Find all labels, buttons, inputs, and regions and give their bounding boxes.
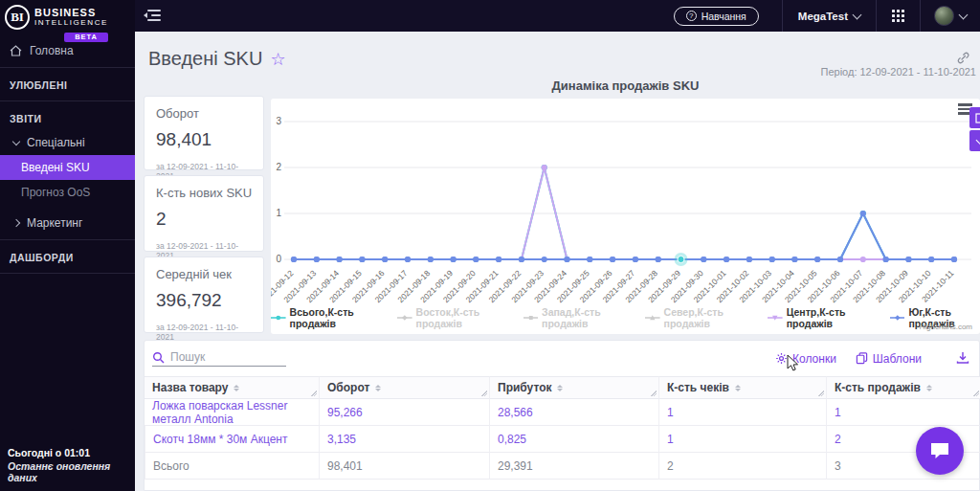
table-cell[interactable]: 1 [658, 399, 826, 426]
chart-legend: Всього,К-сть продажівВосток,К-сть продаж… [271, 306, 980, 329]
sidebar-group-marketing[interactable]: Маркетинг [0, 211, 135, 235]
table-cell[interactable]: 0,825 [489, 426, 658, 453]
sort-icon[interactable] [735, 385, 741, 391]
column-resize-handle[interactable] [310, 390, 317, 396]
download-icon [956, 351, 969, 364]
column-header-checks[interactable]: К-сть чеків [658, 376, 826, 399]
share-link-icon[interactable] [956, 51, 970, 65]
panel-icon [975, 113, 980, 123]
chart-title: Динаміка продажів SKU [271, 78, 980, 93]
column-resize-handle[interactable] [650, 390, 657, 396]
avatar [934, 6, 954, 26]
legend-label: Север,К-сть продажів [664, 306, 749, 329]
sort-icon[interactable] [375, 385, 381, 391]
legend-label: Восток,К-сть продажів [416, 306, 504, 329]
search-input[interactable] [170, 350, 276, 364]
table-cell[interactable]: 28,566 [489, 399, 658, 426]
sort-icon[interactable] [234, 385, 239, 391]
table-cell[interactable]: 3,135 [319, 426, 489, 453]
sidebar: BI BUSINESS INTELLIGENCE BETA Головна УЛ… [0, 0, 135, 491]
beta-badge: BETA [64, 33, 108, 43]
legend-item[interactable]: Восток,К-сть продажів [397, 306, 504, 329]
templates-icon [856, 352, 868, 365]
legend-label: Всього,К-сть продажів [290, 306, 378, 329]
table-cell[interactable]: 95,266 [319, 399, 489, 426]
total-row-cell: 2 [658, 453, 826, 480]
download-button[interactable] [956, 350, 969, 368]
sort-icon[interactable] [926, 385, 932, 391]
kpi-value: 98,401 [156, 129, 254, 150]
sidebar-home-label: Головна [30, 44, 74, 57]
column-header-profit[interactable]: Прибуток [489, 376, 658, 399]
logo-bi-icon: BI [5, 5, 30, 30]
column-resize-handle[interactable] [480, 390, 487, 396]
training-button[interactable]: ? Навчання [674, 7, 759, 26]
columns-button[interactable]: Колонки [775, 352, 836, 366]
sidebar-group-special[interactable]: Спеціальні [0, 130, 135, 155]
svg-text:1: 1 [276, 208, 281, 218]
legend-marker-icon [768, 313, 783, 323]
account-dropdown[interactable]: MegaTest [783, 11, 876, 22]
column-header-name[interactable]: Назва товару [145, 376, 319, 399]
account-label: MegaTest [798, 11, 848, 22]
svg-text:0: 0 [276, 254, 281, 264]
products-table-card: Колонки Шаблони Назва товару Оборот Приб… [144, 340, 980, 491]
column-resize-handle[interactable] [817, 390, 824, 396]
svg-text:3: 3 [276, 116, 281, 126]
sidebar-section-favorites: УЛЮБЛЕНІ [0, 72, 135, 97]
column-header-turnover[interactable]: Оборот [319, 376, 489, 399]
product-link[interactable]: Скотч 18мм * 30м Акцент [145, 426, 319, 453]
column-resize-handle[interactable] [972, 390, 979, 396]
table-cell[interactable]: 1 [658, 426, 826, 453]
product-link[interactable]: Ложка поварская Lessner металл Antonia [145, 399, 319, 426]
svg-text:2: 2 [276, 162, 281, 172]
kpi-card-turnover: Оборот 98,401 за 12-09-2021 - 11-10-2021 [144, 96, 264, 170]
legend-marker-icon [271, 313, 286, 323]
columns-label: Колонки [792, 352, 836, 366]
logo-line2: INTELLIGENCE [34, 19, 108, 27]
templates-button[interactable]: Шаблони [856, 352, 922, 366]
sidebar-group-special-label: Спеціальні [27, 136, 85, 149]
sidebar-footer: Сьогодні о 01:01 Останнє оновлення даних [8, 447, 135, 483]
user-menu[interactable] [921, 6, 980, 26]
divider [0, 100, 135, 101]
kpi-label: Оборот [156, 106, 254, 121]
legend-marker-icon [397, 313, 412, 323]
sku-chart-card: 01232021-09-122021-09-132021-09-142021-0… [271, 99, 980, 334]
sidebar-toggle-icon[interactable] [144, 8, 161, 23]
chevron-down-icon [975, 135, 980, 145]
column-header-sales[interactable]: К-сть продажів [826, 376, 980, 399]
legend-label: Центр,К-сть продажів [787, 306, 871, 329]
highcharts-credits-link[interactable]: Highcharts.com [919, 323, 972, 331]
search-icon [152, 351, 165, 364]
legend-item[interactable]: Север,К-сть продажів [645, 306, 748, 329]
topbar-divider [876, 0, 877, 32]
legend-item[interactable]: Всього,К-сть продажів [271, 306, 378, 329]
total-row-cell: 29,391 [489, 453, 658, 480]
chart-settings-button[interactable] [969, 107, 980, 128]
chat-widget-button[interactable] [916, 427, 964, 475]
chevron-down-icon [959, 10, 969, 19]
chevron-right-icon [12, 219, 20, 227]
apps-grid-icon[interactable] [892, 10, 904, 22]
kpi-label: К-сть нових SKU [156, 186, 254, 200]
sidebar-item-prognoz-oos[interactable]: Прогноз OoS [0, 180, 135, 205]
last-update-caption: Останнє оновлення даних [8, 460, 135, 483]
kpi-caption: за 12-09-2021 - 11-10-2021 [156, 323, 254, 342]
legend-marker-icon [890, 313, 905, 323]
sidebar-group-marketing-label: Маркетинг [27, 216, 82, 230]
chart-side-buttons [969, 107, 980, 153]
legend-item[interactable]: Центр,К-сть продажів [768, 306, 871, 329]
sort-icon[interactable] [557, 385, 563, 391]
legend-item[interactable]: Запад,К-сть продажів [523, 306, 627, 329]
kpi-value: 2 [156, 209, 254, 230]
page-title: Введені SKU [148, 48, 262, 70]
kpi-card-new-sku: К-сть нових SKU 2 за 12-09-2021 - 11-10-… [144, 175, 264, 252]
legend-marker-icon [523, 313, 539, 323]
chart-collapse-button[interactable] [969, 130, 980, 151]
table-cell[interactable]: 1 [826, 399, 980, 426]
products-table: Назва товару Оборот Прибуток К-сть чеків… [145, 376, 979, 480]
kpi-label: Середній чек [156, 267, 254, 281]
sidebar-item-vvedeni-sku[interactable]: Введені SKU [0, 155, 135, 180]
favorite-star-icon[interactable]: ☆ [270, 51, 285, 68]
